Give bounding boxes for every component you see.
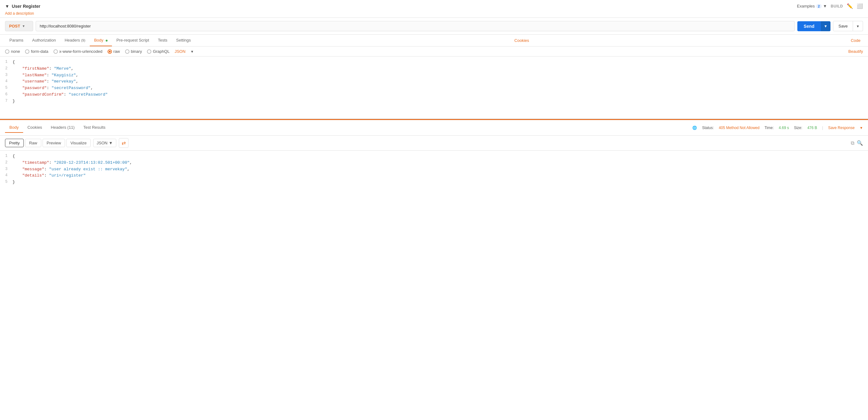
size-value: 476 B [807,126,817,130]
fmt-tab-preview[interactable]: Preview [42,139,65,147]
response-meta: 🌐 Status: 405 Method Not Allowed Time: 4… [692,126,863,130]
save-dropdown-button[interactable]: ▼ [853,21,863,31]
url-bar: POST ▼ Send ▼ Save ▼ [0,18,868,35]
radio-form-data-dot [25,50,29,54]
send-dropdown-button[interactable]: ▼ [821,21,831,31]
fmt-tab-raw[interactable]: Raw [25,139,41,147]
examples-button[interactable]: Examples 2 ▼ [797,4,827,8]
res-line-3: 3 "message": "user already exist :: merv… [0,166,868,173]
tab-headers-label: Headers [65,38,80,42]
examples-label: Examples [797,4,815,8]
req-line-4: 4 "username": "mervekay", [0,78,868,85]
examples-chevron-icon: ▼ [823,4,827,8]
tab-tests[interactable]: Tests [154,35,172,46]
res-line-5: 5 } [0,179,868,186]
json-select-chevron: ▼ [109,141,113,145]
code-link[interactable]: Code [848,35,863,46]
wrap-button[interactable]: ⇄ [119,138,128,148]
req-line-1: 1 { [0,59,868,66]
radio-urlencoded-dot [54,50,58,54]
tab-params[interactable]: Params [5,35,28,46]
response-json-select[interactable]: JSON ▼ [93,139,116,147]
save-button-group: Save ▼ [833,21,863,31]
fmt-tab-visualize[interactable]: Visualize [66,139,91,147]
save-response-chevron[interactable]: ▼ [860,126,863,130]
time-label: Time: [765,126,774,130]
tab-prerequest[interactable]: Pre-request Script [112,35,154,46]
build-button[interactable]: BUILD [831,4,843,8]
format-right-icons: ⧉ 🔍 [851,140,863,146]
status-value: 405 Method Not Allowed [719,126,760,130]
chevron-down-icon: ▼ [5,4,9,9]
headers-badge: (9) [81,38,85,42]
response-tab-headers[interactable]: Headers (11) [46,123,79,133]
size-label: Size: [794,126,802,130]
response-tab-cookies[interactable]: Cookies [23,123,46,133]
tab-body[interactable]: Body [90,35,112,46]
json-type-label: JSON [175,49,185,54]
send-button-group: Send ▼ [797,21,831,31]
res-line-4: 4 "details": "uri=/register" [0,172,868,179]
request-header: ▼ User Register Examples 2 ▼ BUILD ✏️ ⬜ … [0,0,868,18]
body-dot-indicator [106,40,107,41]
response-body-editor: 1 { 2 "timestamp": "2020-12-23T14:13:02.… [0,151,868,201]
req-line-6: 6 "passwordConfirm": "secretPassword" [0,92,868,98]
tab-headers[interactable]: Headers (9) [60,35,90,46]
divider: | [822,126,823,130]
copy-icon-button[interactable]: ⧉ [851,140,854,146]
radio-graphql[interactable]: GraphQL [147,49,169,54]
radio-binary-dot [125,50,129,54]
fmt-tab-pretty[interactable]: Pretty [5,139,24,147]
req-line-5: 5 "password": "secretPassword", [0,85,868,92]
tab-body-label: Body [94,38,103,42]
examples-badge: 2 [816,4,822,8]
req-line-2: 2 "firstName": "Merve", [0,66,868,72]
header-actions: Examples 2 ▼ BUILD ✏️ ⬜ [797,3,863,9]
radio-none[interactable]: none [5,49,20,54]
response-tab-tests[interactable]: Test Results [79,123,110,133]
status-label: Status: [702,126,714,130]
radio-urlencoded[interactable]: x-www-form-urlencoded [54,49,102,54]
cookies-link[interactable]: Cookies [512,35,532,46]
radio-graphql-label: GraphQL [153,49,169,54]
more-options-button[interactable]: ⬜ [857,3,863,9]
response-tab-body[interactable]: Body [5,123,23,133]
req-line-7: 7 } [0,98,868,105]
radio-form-data-label: form-data [31,49,49,54]
method-selector[interactable]: POST ▼ [5,21,33,31]
search-icon-button[interactable]: 🔍 [857,140,863,146]
request-tabs: Params Authorization Headers (9) Body Pr… [0,35,868,46]
title-bar: ▼ User Register Examples 2 ▼ BUILD ✏️ ⬜ [5,3,863,9]
add-description-button[interactable]: Add a description [5,11,34,15]
request-body-editor[interactable]: 1 { 2 "firstName": "Merve", 3 "lastName"… [0,57,868,119]
globe-icon: 🌐 [692,126,697,130]
tab-authorization[interactable]: Authorization [28,35,60,46]
response-header: Body Cookies Headers (11) Test Results 🌐… [0,120,868,136]
body-type-bar: none form-data x-www-form-urlencoded raw… [0,46,868,57]
json-select-label: JSON [97,141,107,145]
save-button[interactable]: Save [833,21,853,31]
radio-raw-dot [107,50,112,54]
radio-binary-label: binary [131,49,142,54]
edit-icon-button[interactable]: ✏️ [847,3,853,9]
radio-binary[interactable]: binary [125,49,142,54]
res-line-1: 1 { [0,153,868,160]
json-dropdown-icon[interactable]: ▼ [190,50,194,54]
radio-raw-label: raw [114,49,120,54]
radio-graphql-dot [147,50,151,54]
method-label: POST [9,24,20,28]
radio-raw[interactable]: raw [107,49,120,54]
save-response-button[interactable]: Save Response [828,126,855,130]
radio-form-data[interactable]: form-data [25,49,49,54]
tab-settings[interactable]: Settings [172,35,195,46]
req-line-3: 3 "lastName": "Kaygisiz", [0,72,868,79]
method-chevron-icon: ▼ [22,24,25,28]
url-input[interactable] [36,21,795,31]
radio-none-dot [5,50,9,54]
response-format-bar: Pretty Raw Preview Visualize JSON ▼ ⇄ ⧉ … [0,136,868,151]
page-title: User Register [12,4,40,9]
request-title: ▼ User Register [5,4,40,9]
send-button[interactable]: Send [797,21,820,31]
time-value: 4.69 s [779,126,789,130]
beautify-button[interactable]: Beautify [848,49,863,54]
